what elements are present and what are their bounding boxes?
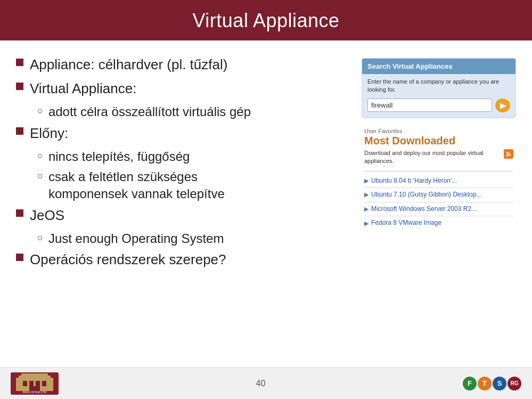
download-item-1[interactable]: ▶ Ubuntu 8.04 b 'Hardy Heron'...: [364, 174, 513, 189]
circle-bullet-3b: ○: [37, 170, 43, 182]
most-downloaded-title: Most Downloaded: [364, 135, 513, 146]
download-arrow-icon-3: ▶: [364, 206, 369, 213]
bullet-item-2: Virtual Appliance:: [16, 79, 351, 98]
logo-circle-f: F: [463, 377, 477, 390]
university-logo-text: MŰEGYETEM 1782: [13, 371, 56, 396]
circle-bullet-4a: ○: [37, 232, 43, 243]
download-item-4[interactable]: ▶ Fedora 8 VMware Image: [364, 216, 513, 230]
footer: MŰEGYETEM 1782 40 F T S RG: [0, 367, 532, 399]
download-item-text-2: Ubuntu 7.10 (Gutsy Gibbon) Desktop...: [371, 191, 481, 199]
search-button[interactable]: ▶: [495, 99, 510, 112]
svg-rect-3: [21, 373, 48, 376]
download-item-text-4: Fedora 8 VMware Image: [371, 219, 441, 227]
bullet-square-5: [16, 254, 23, 261]
left-column: Appliance: célhardver (pl. tűzfal) Virtu…: [16, 55, 362, 375]
bullet-square-3: [16, 127, 23, 135]
circle-bullet-2a: ○: [37, 105, 43, 117]
search-input[interactable]: [367, 99, 492, 112]
sub-bullet-text-3b: csak a feltétlen szükségeskomponensek va…: [48, 168, 225, 203]
download-arrow-icon-1: ▶: [364, 177, 369, 184]
bullet-square-4: [16, 209, 23, 217]
slide-header: Virtual Appliance: [0, 0, 532, 40]
svg-rect-5: [29, 381, 34, 386]
sub-bullet-text-4a: Just enough Operating System: [48, 230, 224, 247]
bullet-item-4: JeOS: [16, 206, 351, 225]
bullet-text-2: Virtual Appliance:: [30, 79, 136, 98]
bullet-square-1: [16, 59, 23, 66]
logo-letter-s: S: [497, 379, 502, 387]
university-logo: MŰEGYETEM 1782: [11, 372, 59, 395]
bullet-item-1: Appliance: célhardver (pl. tűzfal): [16, 55, 351, 74]
sub-bullet-3a: ○ nincs telepítés, függőség: [37, 148, 351, 165]
logo-circle-s: S: [493, 377, 506, 390]
search-widget-title: Search Virtual Appliances: [367, 62, 453, 70]
most-downloaded-section: User Favorites Most Downloaded Download …: [362, 128, 516, 230]
bullet-text-1: Appliance: célhardver (pl. tűzfal): [30, 55, 227, 74]
sub-bullet-4a: ○ Just enough Operating System: [37, 230, 351, 247]
slide-title: Virtual Appliance: [192, 10, 339, 31]
svg-rect-7: [42, 381, 46, 386]
svg-text:MŰEGYETEM 1782: MŰEGYETEM 1782: [23, 390, 47, 394]
svg-rect-4: [23, 381, 27, 386]
bullet-text-3: Előny:: [30, 124, 68, 143]
download-item-3[interactable]: ▶ Microsoft Windows Server 2003 R2...: [364, 202, 513, 217]
bullet-square-2: [16, 83, 23, 90]
rss-icon: [504, 149, 513, 159]
main-content: Appliance: célhardver (pl. tűzfal) Virtu…: [0, 40, 532, 380]
download-item-text-3: Microsoft Windows Server 2003 R2...: [371, 205, 477, 214]
logo-circle-t: T: [478, 377, 492, 390]
page-number: 40: [256, 379, 266, 388]
sub-bullet-text-3a: nincs telepítés, függőség: [48, 148, 190, 165]
bullet-text-4: JeOS: [30, 206, 64, 225]
logo-letter-t: T: [482, 379, 487, 387]
download-item-text-1: Ubuntu 8.04 b 'Hardy Heron'...: [371, 177, 457, 185]
sub-bullet-text-2a: adott célra összeállított virtuális gép: [48, 103, 251, 120]
svg-rect-6: [36, 381, 40, 386]
download-arrow-icon-4: ▶: [364, 220, 369, 227]
search-input-row: ▶: [367, 99, 510, 112]
bullet-item-5: Operációs rendszerek szerepe?: [16, 250, 351, 269]
right-column: Search Virtual Appliances Enter the name…: [362, 55, 516, 375]
most-downloaded-desc: Download and deploy our most popular vir…: [364, 149, 501, 166]
logo-letter-rg: RG: [510, 380, 518, 386]
download-arrow-icon-2: ▶: [364, 191, 369, 198]
search-widget-body: Enter the name of a company or appliance…: [362, 74, 515, 118]
footer-logo-right: F T S RG: [463, 377, 521, 390]
search-widget: Search Virtual Appliances Enter the name…: [362, 58, 516, 118]
most-downloaded-desc-row: Download and deploy our most popular vir…: [364, 149, 513, 166]
search-widget-header: Search Virtual Appliances: [362, 59, 515, 74]
svg-point-0: [506, 154, 508, 156]
logo-circle-rg: RG: [508, 377, 521, 390]
bullet-text-5: Operációs rendszerek szerepe?: [30, 250, 226, 269]
sub-bullet-3b: ○ csak a feltétlen szükségeskomponensek …: [37, 168, 351, 203]
search-widget-desc: Enter the name of a company or appliance…: [367, 78, 510, 94]
search-arrow-icon: ▶: [500, 102, 506, 109]
divider-line: [364, 171, 513, 172]
logo-letter-f: F: [468, 379, 472, 387]
sub-bullet-2a: ○ adott célra összeállított virtuális gé…: [37, 103, 351, 120]
circle-bullet-3a: ○: [37, 150, 43, 161]
download-item-2[interactable]: ▶ Ubuntu 7.10 (Gutsy Gibbon) Desktop...: [364, 188, 513, 202]
bullet-item-3: Előny:: [16, 124, 351, 143]
user-favorites-label: User Favorites: [364, 128, 513, 134]
